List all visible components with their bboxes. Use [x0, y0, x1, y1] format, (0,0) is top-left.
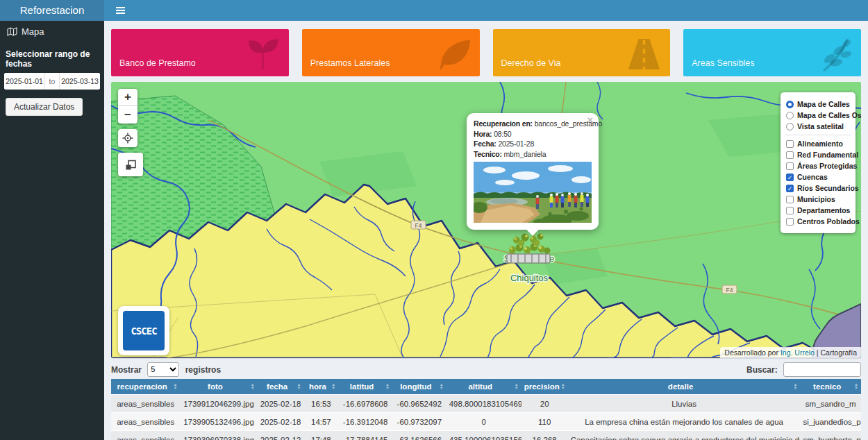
table-row[interactable]: areas_sensibles1739396970338.jpg2025-02-… — [111, 431, 861, 440]
table-cell: sm_humberto_pt — [800, 431, 861, 440]
layers-control: Mapa de CallesMapa de Calles OscuroVista… — [781, 92, 856, 233]
base-layer-mapa-de-calles-oscuro[interactable]: Mapa de Calles Oscuro — [786, 111, 850, 119]
map-popup: × Recuperacion en: bancos_de_prestamo Ho… — [467, 113, 599, 230]
cscec-logo-text: CSCEC — [123, 311, 165, 350]
attribution-link[interactable]: Ing. Urrelo — [781, 348, 815, 357]
column-header-fecha[interactable]: fecha▲▼ — [258, 379, 304, 395]
sort-icon: ▲▼ — [561, 383, 565, 390]
update-data-button[interactable]: Actualizar Datos — [6, 98, 83, 116]
overlay-layer-alineamiento[interactable]: Alineamiento — [786, 139, 850, 148]
table-cell: -16.6978608 — [338, 395, 392, 413]
checkbox-icon — [786, 207, 794, 214]
layer-label: Centros Poblados — [797, 217, 860, 226]
road-icon — [625, 34, 663, 72]
road-badge: F4 — [411, 221, 426, 229]
road-badge: F4 — [722, 285, 737, 294]
column-header-recuperacion[interactable]: recuperacion▲▼ — [111, 379, 180, 395]
page-size-control: Mostrar 5 registros — [111, 362, 221, 377]
table-cell: -60.9732097 — [392, 413, 446, 431]
map-icon — [7, 27, 17, 36]
records-table: recuperacion▲▼foto▲▼fecha▲▼hora▲▼latitud… — [111, 379, 861, 440]
table-cell: areas_sensibles — [111, 413, 180, 431]
locate-button[interactable] — [118, 129, 137, 147]
radio-icon — [786, 123, 794, 130]
leaf-icon — [435, 34, 473, 72]
stat-card-banco-de-prestamo[interactable]: 6 Banco de Prestamo — [111, 29, 289, 76]
sidebar-toggle-button[interactable] — [113, 4, 128, 17]
layer-label: Alineamiento — [797, 139, 843, 148]
column-header-hora[interactable]: hora▲▼ — [304, 379, 339, 395]
sort-icon: ▲▼ — [331, 383, 335, 390]
table-cell: 110 — [521, 413, 568, 431]
checkbox-icon — [786, 218, 794, 226]
overlay-layer-ríos-secundarios[interactable]: ✓Ríos Secundarios — [786, 184, 850, 192]
sort-icon: ▲▼ — [440, 383, 444, 390]
table-row[interactable]: areas_sensibles1739905132496.jpg2025-02-… — [111, 413, 861, 431]
column-header-altitud[interactable]: altitud▲▼ — [446, 379, 521, 395]
base-layers-list: Mapa de CallesMapa de Calles OscuroVista… — [786, 100, 850, 130]
popup-label: Tecnico: — [474, 150, 502, 158]
table-cell: La empresa china están mejorando los can… — [568, 413, 801, 431]
draw-polygon-button[interactable] — [118, 153, 143, 176]
popup-value: 08:50 — [494, 130, 511, 138]
stat-cards-row: 6 Banco de Prestamo 10 Prestamos Lateral… — [111, 29, 861, 76]
zoom-out-button[interactable]: − — [118, 106, 137, 124]
table-cell: 1739912046299.jpg — [180, 395, 257, 413]
table-cell: Capacitacion sobre seguro agrario a prod… — [568, 431, 801, 440]
table-cell: 1739396970338.jpg — [180, 431, 257, 440]
tree-icon — [537, 234, 544, 240]
top-navbar: Reforestacion — [0, 0, 868, 21]
overlay-layer-red-fundamental[interactable]: Red Fundamental — [786, 151, 850, 159]
table-cell: areas_sensibles — [111, 431, 180, 440]
show-label: Mostrar — [111, 364, 142, 374]
checkbox-icon — [786, 151, 794, 159]
attribution-suffix: | Cartografía — [815, 348, 857, 357]
map-attribution: Desarrollado por Ing. Urrelo | Cartograf… — [720, 347, 861, 358]
town-label-line2: Chiquitos — [510, 273, 549, 283]
app-title: Reforestacion — [0, 0, 104, 21]
stat-card-derecho-de-via[interactable]: 4 Derecho de Via — [493, 29, 671, 76]
overlay-layer-departamentos[interactable]: Departamentos — [786, 206, 850, 214]
layer-label: Ríos Secundarios — [797, 184, 859, 192]
records-label: registros — [185, 364, 221, 374]
popup-label: Recuperacion en: — [474, 119, 533, 128]
layer-label: Mapa de Calles Oscuro — [797, 111, 861, 119]
sort-icon: ▲▼ — [515, 383, 519, 390]
table-cell: areas_sensibles — [111, 395, 180, 413]
tree-icon — [534, 240, 540, 246]
date-end-input[interactable] — [60, 73, 100, 90]
table-row[interactable]: areas_sensibles1739912046299.jpg2025-02-… — [111, 395, 861, 413]
tree-icon — [524, 246, 531, 253]
zoom-in-button[interactable]: + — [118, 89, 137, 106]
stat-card-areas-sensibles[interactable]: 10 Areas Sensibles — [683, 29, 861, 76]
sidebar-item-mapa[interactable]: Mapa — [0, 21, 104, 42]
stat-card-prestamos-laterales[interactable]: 10 Prestamos Laterales — [302, 29, 480, 76]
column-header-detalle[interactable]: detalle▲▼ — [568, 379, 801, 395]
search-input[interactable] — [783, 362, 861, 377]
column-header-longitud[interactable]: longitud▲▼ — [392, 379, 446, 395]
popup-close-icon[interactable]: × — [587, 115, 593, 125]
crosshair-icon — [122, 133, 133, 144]
table-cell: sm_sandro_m — [800, 395, 861, 413]
overlay-layer-cuencas[interactable]: ✓Cuencas — [786, 173, 850, 181]
page-size-select[interactable]: 5 — [147, 362, 179, 377]
date-start-input[interactable] — [4, 73, 44, 90]
column-header-foto[interactable]: foto▲▼ — [180, 379, 257, 395]
popup-label: Fecha: — [474, 139, 496, 148]
column-header-tecnico[interactable]: tecnico▲▼ — [800, 379, 861, 395]
base-layer-mapa-de-calles[interactable]: Mapa de Calles — [786, 100, 850, 108]
checkbox-icon: ✓ — [786, 185, 794, 192]
cscec-logo: CSCEC — [118, 306, 169, 355]
overlay-layer-municipios[interactable]: Municipios — [786, 195, 850, 203]
overlay-layer-centros-poblados[interactable]: Centros Poblados — [786, 217, 850, 226]
table-cell: 17:48 — [304, 431, 339, 440]
column-header-latitud[interactable]: latitud▲▼ — [338, 379, 392, 395]
overlay-layer-áreas-protegidas[interactable]: Áreas Protegidas — [786, 162, 850, 170]
sort-icon: ▲▼ — [854, 383, 858, 390]
table-cell: 2025-02-18 — [258, 413, 304, 431]
map-container: F4 F4 San José de — [111, 82, 861, 358]
overlay-layers-list: AlineamientoRed FundamentalÁreas Protegi… — [786, 139, 850, 226]
base-layer-vista-satelital[interactable]: Vista satelital — [786, 122, 850, 130]
column-header-precision[interactable]: precision▲▼ — [521, 379, 568, 395]
table-cell: -63.1626566 — [392, 431, 446, 440]
